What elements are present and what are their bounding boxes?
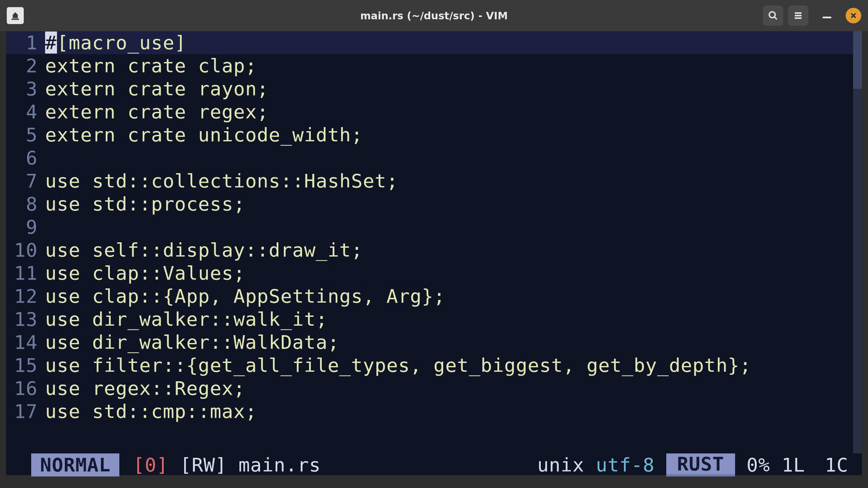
- line-content[interactable]: use clap::{App, AppSettings, Arg};: [45, 285, 862, 308]
- line-number: 7: [6, 169, 45, 192]
- window-title: main.rs (~/dust/src) - VIM: [0, 10, 868, 22]
- line-content[interactable]: use self::display::draw_it;: [45, 239, 862, 262]
- app-icon[interactable]: [7, 7, 24, 24]
- editor-viewport[interactable]: 1#[macro_use]2extern crate clap;3extern …: [6, 31, 862, 475]
- scroll-percent: 0%: [747, 453, 770, 476]
- code-line[interactable]: 11use clap::Values;: [6, 262, 862, 285]
- code-line[interactable]: 10use self::display::draw_it;: [6, 239, 862, 262]
- line-number: 13: [6, 308, 45, 331]
- line-number: 14: [6, 331, 45, 354]
- line-number: 12: [6, 285, 45, 308]
- code-line[interactable]: 9: [6, 216, 862, 239]
- fileformat: unix: [537, 453, 584, 476]
- hamburger-icon[interactable]: [788, 5, 808, 26]
- close-icon[interactable]: [846, 8, 861, 23]
- line-content[interactable]: extern crate regex;: [45, 100, 862, 123]
- line-number: 10: [6, 239, 45, 262]
- code-line[interactable]: 8use std::process;: [6, 192, 862, 216]
- line-content[interactable]: extern crate unicode_width;: [45, 123, 862, 146]
- line-number: 5: [6, 123, 45, 146]
- code-line[interactable]: 3extern crate rayon;: [6, 77, 862, 100]
- svg-point-0: [769, 12, 775, 18]
- code-line[interactable]: 14use dir_walker::WalkData;: [6, 331, 862, 354]
- line-number: 15: [6, 354, 45, 377]
- search-icon[interactable]: [763, 5, 783, 26]
- code-area[interactable]: 1#[macro_use]2extern crate clap;3extern …: [6, 31, 862, 423]
- code-line[interactable]: 1#[macro_use]: [6, 31, 862, 54]
- code-line[interactable]: 2extern crate clap;: [6, 54, 862, 77]
- line-content[interactable]: use regex::Regex;: [45, 377, 862, 400]
- statusline: NORMAL [0] [RW] main.rs unix utf-8 RUST …: [6, 453, 862, 476]
- line-number: 8: [6, 192, 45, 216]
- line-number: 3: [6, 77, 45, 100]
- line-number: 1: [6, 31, 45, 54]
- line-number: 16: [6, 377, 45, 400]
- line-content[interactable]: extern crate clap;: [45, 54, 862, 77]
- line-number: 11: [6, 262, 45, 285]
- code-line[interactable]: 6: [6, 146, 862, 169]
- line-number: 17: [6, 400, 45, 423]
- line-number: 4: [6, 100, 45, 123]
- code-line[interactable]: 13use dir_walker::walk_it;: [6, 308, 862, 331]
- readwrite-flag: [RW]: [180, 453, 227, 476]
- code-line[interactable]: 4extern crate regex;: [6, 100, 862, 123]
- line-content[interactable]: use std::cmp::max;: [45, 400, 862, 423]
- mode-indicator: NORMAL: [31, 453, 119, 476]
- line-content[interactable]: use clap::Values;: [45, 262, 862, 285]
- line-content[interactable]: use dir_walker::WalkData;: [45, 331, 862, 354]
- line-content[interactable]: use filter::{get_all_file_types, get_big…: [45, 354, 862, 377]
- window-titlebar: main.rs (~/dust/src) - VIM: [0, 0, 868, 31]
- filename: main.rs: [238, 453, 321, 476]
- line-number: 9: [6, 216, 45, 239]
- encoding: utf-8: [596, 453, 655, 476]
- line-content[interactable]: use std::collections::HashSet;: [45, 169, 862, 192]
- code-line[interactable]: 7use std::collections::HashSet;: [6, 169, 862, 192]
- line-content[interactable]: use std::process;: [45, 192, 862, 216]
- svg-line-1: [774, 17, 777, 20]
- line-number: 2: [6, 54, 45, 77]
- minimize-icon[interactable]: [823, 17, 831, 18]
- language-indicator: RUST: [666, 453, 735, 476]
- code-line[interactable]: 5extern crate unicode_width;: [6, 123, 862, 146]
- code-line[interactable]: 17use std::cmp::max;: [6, 400, 862, 423]
- buffer-number: [0]: [133, 453, 168, 476]
- scrollbar-track[interactable]: [853, 31, 862, 453]
- line-content[interactable]: #[macro_use]: [45, 31, 862, 54]
- line-content[interactable]: extern crate rayon;: [45, 77, 862, 100]
- line-content[interactable]: use dir_walker::walk_it;: [45, 308, 862, 331]
- col-indicator: 1C: [825, 453, 848, 476]
- scrollbar-thumb[interactable]: [853, 31, 862, 89]
- code-line[interactable]: 16use regex::Regex;: [6, 377, 862, 400]
- line-number: 6: [6, 146, 45, 169]
- line-indicator: 1L: [782, 453, 805, 476]
- code-line[interactable]: 12use clap::{App, AppSettings, Arg};: [6, 285, 862, 308]
- cursor: #: [45, 32, 57, 54]
- code-line[interactable]: 15use filter::{get_all_file_types, get_b…: [6, 354, 862, 377]
